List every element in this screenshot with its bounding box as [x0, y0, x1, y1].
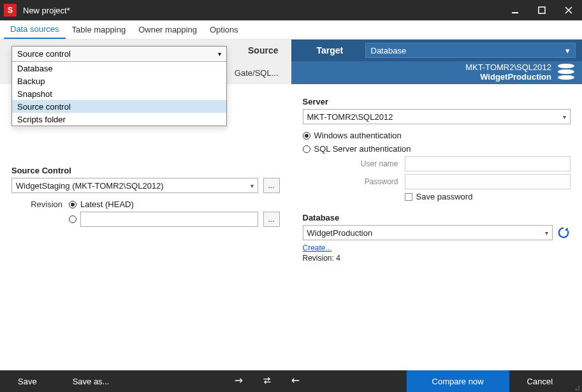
copy-left-button[interactable] — [290, 377, 300, 386]
source-subtitle: Gate/SQL... — [235, 68, 279, 78]
target-revision-text: Revision: 4 — [303, 254, 571, 263]
password-input[interactable] — [405, 174, 571, 189]
swap-button[interactable] — [262, 377, 272, 386]
revision-specific-input[interactable] — [80, 212, 258, 227]
chevron-down-icon: ▾ — [545, 229, 548, 236]
app-logo: S — [4, 4, 17, 17]
create-database-link[interactable]: Create... — [303, 243, 332, 252]
target-type-value: Database — [371, 46, 407, 55]
revision-label: Revision — [11, 200, 69, 209]
svg-rect-1 — [539, 7, 545, 13]
maximize-button[interactable] — [528, 0, 555, 20]
resize-grip-icon[interactable] — [571, 370, 582, 392]
auth-windows-radio[interactable] — [303, 132, 310, 140]
source-repo-value: WidgetStaging (MKT-TOMR2\SQL2012) — [16, 181, 164, 191]
minimize-button[interactable] — [502, 0, 528, 20]
footer: Save Save as... Compare now Cancel — [0, 370, 582, 392]
source-type-option-source-control[interactable]: Source control — [12, 100, 226, 113]
svg-rect-0 — [512, 12, 518, 13]
menubar: Data sources Table mapping Owner mapping… — [0, 20, 582, 40]
target-server-name: MKT-TOMR2\SQL2012 — [465, 63, 551, 73]
auth-sql-radio[interactable] — [303, 145, 310, 153]
revision-latest-radio[interactable] — [69, 201, 76, 208]
target-type-dropdown[interactable]: Database ▾ — [365, 43, 576, 58]
titlebar: S New project* — [0, 0, 582, 20]
content: Source Gate/SQL... Target Database ▾ MKT… — [0, 40, 582, 370]
close-button[interactable] — [555, 0, 582, 20]
chevron-down-icon: ▾ — [563, 113, 566, 120]
database-dropdown[interactable]: WidgetProduction ▾ — [303, 225, 553, 240]
tab-table-mapping[interactable]: Table mapping — [66, 20, 133, 39]
source-control-label: Source Control — [11, 166, 280, 175]
target-database-name: WidgetProduction — [480, 73, 551, 82]
tab-data-sources[interactable]: Data sources — [4, 20, 66, 39]
user-name-label: User name — [316, 159, 405, 168]
target-heading: Target — [291, 45, 361, 55]
auth-windows-label: Windows authentication — [314, 131, 402, 140]
revision-latest-label: Latest (HEAD) — [80, 200, 134, 209]
server-dropdown[interactable]: MKT-TOMR2\SQL2012 ▾ — [303, 109, 571, 124]
source-heading: Source — [248, 45, 278, 55]
source-repo-browse-button[interactable]: ... — [263, 178, 280, 193]
save-password-checkbox[interactable] — [405, 193, 412, 201]
refresh-icon[interactable] — [557, 226, 571, 240]
save-button[interactable]: Save — [0, 370, 55, 392]
chevron-down-icon: ▾ — [251, 182, 254, 189]
chevron-down-icon: ▾ — [218, 50, 221, 57]
chevron-down-icon: ▾ — [565, 46, 570, 55]
source-pane: Source Control WidgetStaging (MKT-TOMR2\… — [0, 84, 291, 370]
tab-options[interactable]: Options — [203, 20, 245, 39]
source-type-value: Source control — [17, 49, 71, 59]
copy-right-button[interactable] — [234, 377, 244, 386]
banner-target: Target Database ▾ MKT-TOMR2\SQL2012 Widg… — [291, 40, 583, 84]
source-type-option-database[interactable]: Database — [12, 62, 226, 75]
svg-point-3 — [576, 389, 577, 390]
user-name-input[interactable] — [405, 156, 571, 171]
source-repo-dropdown[interactable]: WidgetStaging (MKT-TOMR2\SQL2012) ▾ — [11, 178, 258, 193]
window-title: New project* — [23, 6, 502, 15]
revision-browse-button[interactable]: ... — [263, 212, 280, 227]
save-password-label: Save password — [416, 192, 473, 201]
database-label: Database — [303, 213, 571, 222]
cancel-button[interactable]: Cancel — [509, 370, 571, 392]
target-pane: Server MKT-TOMR2\SQL2012 ▾ Windows authe… — [291, 84, 583, 370]
database-icon — [558, 64, 574, 80]
database-value: WidgetProduction — [307, 228, 373, 238]
svg-point-4 — [578, 386, 579, 388]
auth-sql-label: SQL Server authentication — [314, 144, 411, 154]
source-type-option-snapshot[interactable]: Snapshot — [12, 87, 226, 100]
server-label: Server — [303, 97, 571, 106]
revision-specific-radio[interactable] — [69, 215, 76, 223]
source-type-option-scripts-folder[interactable]: Scripts folder — [12, 113, 226, 126]
server-value: MKT-TOMR2\SQL2012 — [307, 112, 393, 122]
svg-point-2 — [578, 389, 579, 390]
password-label: Password — [316, 177, 405, 186]
tab-owner-mapping[interactable]: Owner mapping — [132, 20, 203, 39]
source-type-option-backup[interactable]: Backup — [12, 75, 226, 87]
save-as-button[interactable]: Save as... — [55, 370, 127, 392]
source-type-dropdown-panel: Source control ▾ Database Backup Snapsho… — [11, 46, 227, 126]
compare-now-button[interactable]: Compare now — [407, 370, 509, 392]
source-type-dropdown[interactable]: Source control ▾ — [12, 47, 226, 62]
